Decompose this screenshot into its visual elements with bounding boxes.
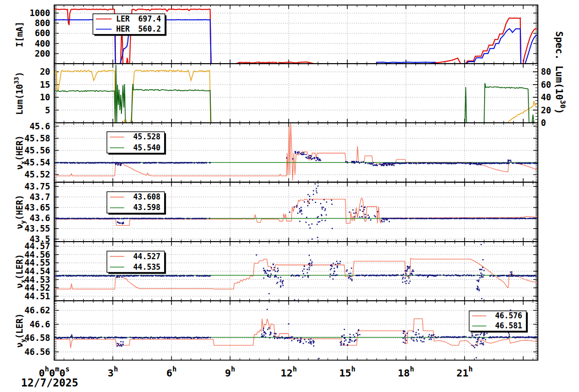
y-tick-label: 46.58 [25, 333, 50, 343]
y-tick-label: 45.52 [25, 169, 50, 179]
y-tick-label: 43.7 [30, 192, 50, 202]
nuy_ler-legend: 46.57646.581 [469, 311, 528, 332]
y-tick-label: 400 [35, 39, 50, 49]
y-tick-label: 45.56 [25, 145, 50, 155]
current-axis-title: I[mA] [15, 22, 25, 47]
right-axis-tick-label: 0 [541, 118, 546, 128]
y-tick-label: 20 [40, 67, 50, 77]
y-tick-label: 43.75 [25, 181, 50, 191]
nux_ler-legend: 44.52744.535 [107, 251, 166, 274]
y-tick-label: 43.65 [25, 203, 50, 213]
y-tick-label: 44.57 [25, 241, 50, 251]
date-label: 12/7/2025 [21, 377, 78, 389]
accelerator-status-figure: 2004006008001000LER697.4HER560.2I[mA]510… [0, 0, 579, 392]
right-axis-tick-label: 20 [541, 105, 551, 115]
y-tick-label: 45.6 [30, 121, 50, 131]
right-axis-tick-label: 60 [541, 80, 551, 90]
y-tick-label: 45.58 [25, 133, 50, 143]
y-tick-label: 46.6 [30, 319, 50, 329]
legend-series-value: 697.4 [138, 15, 161, 24]
y-tick-label: 10 [40, 92, 50, 102]
legend-series-value: 43.598 [133, 203, 161, 212]
legend-series-value: 44.535 [133, 263, 161, 272]
legend-series-value: 44.527 [133, 252, 161, 261]
nuy_her-legend: 43.60843.598 [107, 191, 166, 215]
y-tick-label: 46.56 [25, 347, 50, 357]
legend-series-label: HER [116, 25, 130, 34]
y-tick-label: 1000 [30, 8, 50, 18]
legend-series-label: LER [116, 15, 130, 24]
right-axis-tick-label: 40 [541, 92, 551, 102]
y-tick-label: 600 [35, 28, 50, 38]
y-tick-label: 43.55 [25, 224, 50, 234]
y-tick-label: 15 [40, 80, 50, 90]
legend-series-value: 45.540 [133, 143, 161, 152]
right-axis-tick-label: 80 [541, 67, 551, 77]
legend-series-value: 45.528 [133, 132, 161, 141]
y-tick-label: 200 [35, 49, 50, 59]
y-tick-label: 46.62 [25, 305, 50, 315]
legend-series-value: 43.608 [133, 192, 161, 202]
current-legend: LER697.4HER560.2 [93, 14, 167, 36]
y-tick-label: 45.54 [25, 157, 50, 167]
legend-series-value: 46.581 [495, 321, 522, 330]
y-tick-label: 43.6 [30, 213, 50, 223]
tune-current-luminosity-chart: 2004006008001000LER697.4HER560.2I[mA]510… [0, 0, 579, 392]
y-tick-label: 5 [45, 105, 50, 115]
y-tick-label: 800 [35, 18, 50, 28]
nux_her-legend: 45.52845.540 [107, 132, 166, 155]
legend-series-value: 560.2 [138, 25, 161, 34]
legend-series-value: 46.576 [495, 311, 522, 320]
